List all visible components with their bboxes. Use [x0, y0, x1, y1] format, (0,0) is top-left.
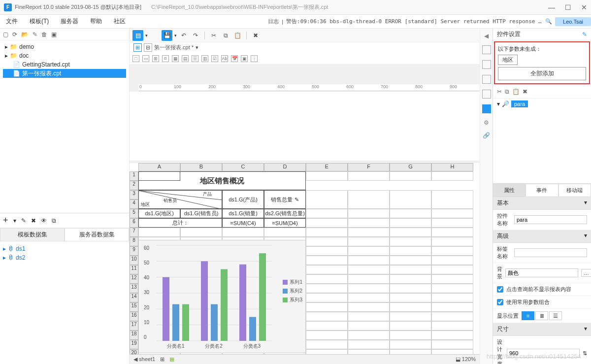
- align-center[interactable]: ≣: [535, 311, 548, 320]
- pending-param[interactable]: 地区: [498, 55, 518, 65]
- menu-template[interactable]: 模板(T): [24, 17, 55, 26]
- tool-icon[interactable]: ⊞: [152, 55, 159, 62]
- copy-icon[interactable]: ⧉: [52, 217, 56, 224]
- tree-item-demo[interactable]: demo: [19, 43, 34, 50]
- side-tool-icon[interactable]: [482, 75, 491, 84]
- cut-icon[interactable]: ✂: [209, 31, 219, 40]
- tree-item-gs[interactable]: GettingStarted.cpt: [22, 61, 70, 68]
- side-tool-icon[interactable]: [482, 90, 491, 99]
- tool-icon[interactable]: ▥: [201, 55, 208, 62]
- cb-hide-before-query[interactable]: [497, 286, 503, 293]
- search-icon[interactable]: 🔍: [545, 18, 552, 25]
- tab-mobile[interactable]: 移动端: [558, 184, 591, 197]
- side-tool-icon[interactable]: [482, 104, 491, 113]
- ds-item[interactable]: ▸🛢ds2: [3, 253, 126, 262]
- ds-item[interactable]: ▸🛢ds1: [3, 244, 126, 253]
- copy-icon[interactable]: ⧉: [505, 88, 509, 95]
- tab-server-ds[interactable]: 服务器数据集: [65, 228, 129, 241]
- undo-icon[interactable]: ↶: [179, 31, 189, 40]
- delete-icon[interactable]: ✖: [251, 31, 261, 40]
- control-name-input[interactable]: [514, 215, 587, 224]
- tool-icon[interactable]: Ab: [221, 55, 228, 62]
- dropdown-icon[interactable]: ▾: [13, 217, 16, 224]
- tab-template-ds[interactable]: 模板数据集: [0, 228, 65, 241]
- expand-icon[interactable]: ▣: [51, 31, 57, 38]
- align-right[interactable]: ☰: [549, 311, 562, 320]
- tool-icon[interactable]: 📅: [231, 55, 238, 62]
- stats-icon[interactable]: ▦: [169, 356, 174, 363]
- link-icon[interactable]: 🔗: [483, 132, 490, 139]
- align-left[interactable]: ≡: [522, 311, 534, 320]
- delete-icon[interactable]: ✖: [523, 88, 527, 95]
- preview-button[interactable]: ▤: [132, 30, 143, 41]
- tab-props[interactable]: 属性: [493, 184, 525, 197]
- cb-common-params[interactable]: [497, 299, 503, 305]
- file-tree[interactable]: ▸📁demo ▸📁doc 📄GettingStarted.cpt 📄第一张报表.…: [0, 40, 129, 213]
- edit-icon[interactable]: ✎: [21, 217, 26, 224]
- paste-icon[interactable]: 📋: [512, 88, 520, 95]
- tool-icon[interactable]: ▭: [142, 55, 149, 62]
- maximize-icon[interactable]: ☐: [565, 3, 571, 11]
- parameter-pane[interactable]: [130, 92, 480, 161]
- tool-icon[interactable]: ▤: [182, 55, 189, 62]
- tab-form-icon[interactable]: ⊟: [144, 43, 152, 52]
- edit-icon[interactable]: ✎: [582, 31, 587, 38]
- caret-icon[interactable]: ▸: [5, 43, 8, 50]
- cut-icon[interactable]: ✂: [497, 88, 502, 95]
- param-node[interactable]: para: [511, 100, 528, 107]
- tool-icon[interactable]: ☰: [192, 55, 198, 62]
- rename-icon[interactable]: ✎: [33, 31, 37, 38]
- paste-icon[interactable]: 📋: [232, 31, 242, 40]
- tree-item-report[interactable]: 第一张报表.cpt: [22, 69, 61, 78]
- group-basic[interactable]: 基本: [497, 199, 509, 207]
- tab-events[interactable]: 事件: [525, 184, 558, 197]
- zoom-toggle[interactable]: ⬓: [456, 356, 460, 362]
- user-badge[interactable]: Leo.Tsai: [555, 17, 591, 26]
- redo-icon[interactable]: ↷: [191, 31, 200, 40]
- add-dataset-icon[interactable]: +: [3, 215, 8, 226]
- delete-icon[interactable]: 🗑: [41, 31, 47, 38]
- stepper-icon[interactable]: ⇅: [583, 350, 587, 357]
- file-tab[interactable]: ⊞ ⊟ 第一张报表.cpt * ▾: [130, 42, 480, 53]
- bg-input[interactable]: [505, 268, 578, 277]
- folder-icon[interactable]: 📂: [21, 31, 29, 38]
- more-button[interactable]: …: [581, 269, 591, 277]
- tool-icon[interactable]: ⋮: [251, 55, 258, 62]
- tool-icon[interactable]: ☑: [211, 55, 218, 62]
- new-icon[interactable]: ▢: [3, 31, 8, 38]
- spreadsheet[interactable]: ABCDEFGH 1234567891011121314151617181920…: [130, 163, 480, 354]
- expand-icon[interactable]: ▾: [497, 100, 500, 107]
- tree-item-doc[interactable]: doc: [19, 52, 29, 59]
- sheet-tab[interactable]: ◀ sheet1: [133, 356, 155, 363]
- svg-rect-13: [211, 304, 218, 341]
- side-tool-icon[interactable]: [482, 45, 491, 54]
- save-button[interactable]: 💾: [162, 30, 172, 41]
- menu-help[interactable]: 帮助: [84, 17, 108, 26]
- dropdown-icon[interactable]: ▾: [196, 44, 198, 51]
- tool-icon[interactable]: ▦: [172, 55, 179, 62]
- tool-icon[interactable]: ⧈: [162, 55, 169, 62]
- add-all-button[interactable]: 全部添加: [498, 67, 586, 80]
- copy-icon[interactable]: ⧉: [221, 31, 230, 40]
- group-size[interactable]: 尺寸: [497, 325, 509, 333]
- menu-community[interactable]: 社区: [108, 17, 131, 26]
- preview-icon[interactable]: 👁: [41, 217, 47, 224]
- log-label[interactable]: 日志: [268, 18, 279, 25]
- caret-icon[interactable]: ▸: [5, 52, 8, 59]
- group-adv[interactable]: 高级: [497, 232, 509, 240]
- menu-file[interactable]: 文件: [0, 17, 24, 26]
- delete-icon[interactable]: ✖: [31, 217, 36, 224]
- collapse-icon[interactable]: ◀: [484, 33, 489, 39]
- gear-icon[interactable]: ⚙: [484, 119, 489, 126]
- tool-icon[interactable]: □: [132, 55, 139, 62]
- menu-server[interactable]: 服务器: [55, 17, 84, 26]
- close-icon[interactable]: ✕: [581, 3, 587, 11]
- chart-widget[interactable]: 6050403020100 分类名1分类名2分类名3 系列1系列2系列3: [138, 240, 306, 353]
- side-tool-icon[interactable]: [482, 60, 491, 69]
- stats-icon[interactable]: ⊞: [160, 356, 164, 363]
- label-name-input[interactable]: [514, 248, 587, 257]
- tab-mode-icon[interactable]: ⊞: [133, 43, 142, 52]
- refresh-icon[interactable]: ⟳: [12, 31, 17, 38]
- minimize-icon[interactable]: —: [548, 3, 555, 11]
- tool-icon[interactable]: ▣: [241, 55, 248, 62]
